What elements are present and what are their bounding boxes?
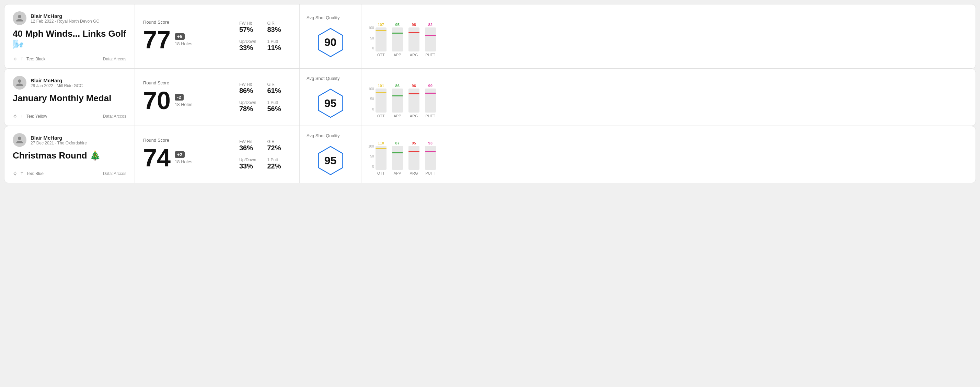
score-meta-1: +5 18 Holes xyxy=(175,33,192,46)
score-badge-2: -2 xyxy=(175,94,184,100)
chart-label-putt: PUTT xyxy=(425,171,435,175)
oneputt-value-3: 22% xyxy=(267,162,291,170)
chart-section-2: 100500 101 OTT 86 APP 96 xyxy=(361,69,975,125)
user-name-3: Blair McHarg xyxy=(30,135,87,141)
chart-value-app: 87 xyxy=(395,141,399,145)
oneputt-stat-3: 1 Putt 22% xyxy=(267,157,291,170)
card-footer-1: Tee: Black Data: Arccos xyxy=(13,57,126,62)
y-axis-top: 100 xyxy=(368,144,374,148)
tee-icon-1 xyxy=(19,57,24,62)
holes-label-2: 18 Holes xyxy=(175,102,192,107)
chart-value-putt: 82 xyxy=(428,23,433,27)
card-score-1: Round Score 77 +5 18 Holes xyxy=(135,5,231,68)
fw-hit-stat-3: FW Hit 36% xyxy=(239,139,263,152)
score-row-3: 74 +2 18 Holes xyxy=(143,146,223,170)
oneputt-stat-1: 1 Putt 11% xyxy=(267,39,291,52)
oneputt-label-2: 1 Putt xyxy=(267,100,291,105)
card-footer-3: Tee: Blue Data: Arccos xyxy=(13,171,126,176)
score-meta-3: +2 18 Holes xyxy=(175,151,192,164)
y-axis-bottom: 0 xyxy=(372,165,374,168)
quality-section-3: Avg Shot Quality 95 xyxy=(300,126,361,183)
updown-stat-3: Up/Down 33% xyxy=(239,157,263,170)
chart-column-ott: 110 OTT xyxy=(375,139,387,175)
chart-column-arg: 95 ARG xyxy=(409,139,420,175)
svg-point-0 xyxy=(14,58,16,60)
fw-hit-label-2: FW Hit xyxy=(239,82,263,87)
card-footer-2: Tee: Yellow Data: Arccos xyxy=(13,114,126,119)
chart-value-app: 95 xyxy=(395,23,399,27)
gir-stat-2: GIR 61% xyxy=(267,82,291,95)
user-info-3: Blair McHarg 27 Dec 2021 · The Oxfordshi… xyxy=(30,135,87,146)
stat-grid-bottom-1: Up/Down 33% 1 Putt 11% xyxy=(239,39,291,52)
updown-value-1: 33% xyxy=(239,44,263,52)
chart-column-app: 86 APP xyxy=(392,82,403,118)
score-badge-1: +5 xyxy=(175,33,185,40)
user-row-2: Blair McHarg 29 Jan 2022 · Mill Ride GCC xyxy=(13,76,126,90)
chart-bar-arg xyxy=(409,146,420,170)
fw-hit-stat-2: FW Hit 86% xyxy=(239,82,263,95)
tee-icon-3 xyxy=(19,171,24,176)
quality-section-2: Avg Shot Quality 95 xyxy=(300,69,361,125)
fw-hit-stat-1: FW Hit 57% xyxy=(239,21,263,33)
y-axis-bottom: 0 xyxy=(372,107,374,111)
chart-column-putt: 93 PUTT xyxy=(425,139,436,175)
chart-label-ott: OTT xyxy=(377,171,385,175)
chart-value-ott: 110 xyxy=(378,141,384,145)
fw-hit-value-2: 86% xyxy=(239,87,263,95)
updown-label-3: Up/Down xyxy=(239,157,263,162)
chart-value-arg: 96 xyxy=(412,84,416,88)
chart-value-ott: 101 xyxy=(378,84,384,88)
oneputt-value-2: 56% xyxy=(267,105,291,113)
fw-hit-label-3: FW Hit xyxy=(239,139,263,144)
updown-stat-2: Up/Down 78% xyxy=(239,100,263,113)
hex-section-2: 95 xyxy=(307,88,354,119)
avg-label-3: Avg Shot Quality xyxy=(307,133,340,138)
y-axis-top: 100 xyxy=(368,26,374,30)
card-left-1: Blair McHarg 12 Feb 2022 · Royal North D… xyxy=(5,5,135,68)
round-score-label-3: Round Score xyxy=(143,138,223,143)
y-axis-bottom: 0 xyxy=(372,46,374,50)
score-row-2: 70 -2 18 Holes xyxy=(143,88,223,113)
oneputt-stat-2: 1 Putt 56% xyxy=(267,100,291,113)
chart-value-app: 86 xyxy=(395,84,399,88)
chart-bar-ott xyxy=(375,89,387,113)
hexagon-1: 90 xyxy=(315,27,346,58)
chart-bar-ott xyxy=(375,27,387,51)
user-meta-3: 27 Dec 2021 · The Oxfordshire xyxy=(30,141,87,146)
chart-bar-putt xyxy=(425,146,436,170)
avg-label-2: Avg Shot Quality xyxy=(307,76,340,81)
fw-hit-value-3: 36% xyxy=(239,144,263,152)
hexagon-score-1: 90 xyxy=(325,36,337,49)
chart-label-arg: ARG xyxy=(410,114,418,118)
y-axis-mid: 50 xyxy=(371,154,374,158)
user-row-3: Blair McHarg 27 Dec 2021 · The Oxfordshi… xyxy=(13,133,126,147)
chart-value-ott: 107 xyxy=(378,23,384,27)
chart-bar-putt xyxy=(425,27,436,51)
user-info-2: Blair McHarg 29 Jan 2022 · Mill Ride GCC xyxy=(30,78,83,88)
oneputt-label-1: 1 Putt xyxy=(267,39,291,44)
tee-info-2: Tee: Yellow xyxy=(13,114,47,119)
data-source-2: Data: Arccos xyxy=(103,114,126,119)
chart-value-putt: 93 xyxy=(428,141,433,145)
chart-column-arg: 96 ARG xyxy=(409,82,420,118)
weather-icon-1 xyxy=(13,57,18,62)
gir-stat-1: GIR 83% xyxy=(267,21,291,33)
chart-bar-putt xyxy=(425,89,436,113)
tee-label-2: Tee: Yellow xyxy=(26,114,47,119)
hex-section-3: 95 xyxy=(307,145,354,176)
stat-grid-bottom-3: Up/Down 33% 1 Putt 22% xyxy=(239,157,291,170)
chart-value-putt: 99 xyxy=(428,84,433,88)
round-score-label-2: Round Score xyxy=(143,80,223,86)
chart-column-ott: 107 OTT xyxy=(375,21,387,57)
card-left-3: Blair McHarg 27 Dec 2021 · The Oxfordshi… xyxy=(5,126,135,183)
chart-column-app: 95 APP xyxy=(392,21,403,57)
chart-column-putt: 99 PUTT xyxy=(425,82,436,118)
chart-label-arg: ARG xyxy=(410,171,418,175)
chart-label-app: APP xyxy=(394,171,401,175)
chart-label-app: APP xyxy=(394,53,401,57)
avatar-2 xyxy=(13,76,26,90)
holes-label-3: 18 Holes xyxy=(175,159,192,164)
card-left-2: Blair McHarg 29 Jan 2022 · Mill Ride GCC… xyxy=(5,69,135,125)
tee-label-1: Tee: Black xyxy=(26,57,45,62)
stat-grid-top-3: FW Hit 36% GIR 72% xyxy=(239,139,291,152)
